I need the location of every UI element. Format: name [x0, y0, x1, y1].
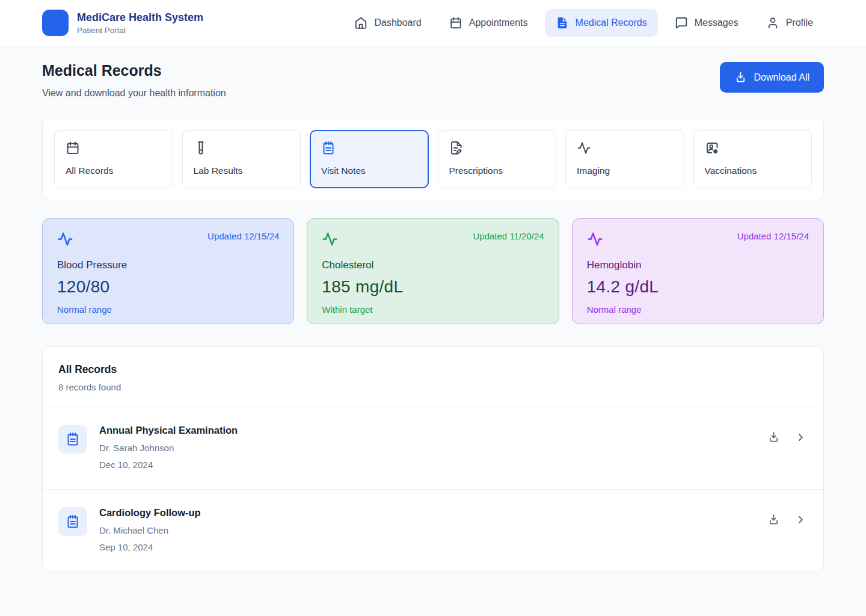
filter-tab-label: Visit Notes [321, 165, 417, 176]
vital-card-hemoglobin: Updated 12/15/24 Hemoglobin 14.2 g/dL No… [572, 218, 824, 324]
vital-value: 120/80 [57, 277, 279, 297]
record-download-button[interactable] [766, 512, 781, 527]
record-download-button[interactable] [766, 430, 781, 445]
filter-tab-prescriptions[interactable]: Prescriptions [438, 130, 557, 188]
records-count: 8 records found [58, 382, 808, 392]
records-list-header: All Records 8 records found [43, 347, 823, 407]
record-open-chevron-icon[interactable] [793, 430, 808, 445]
nav-label: Dashboard [374, 17, 421, 28]
nav-item-medical-records[interactable]: Medical Records [545, 9, 658, 37]
record-title: Cardiology Follow-up [99, 507, 766, 519]
test-tube-icon [194, 141, 290, 155]
vital-name: Blood Pressure [57, 259, 279, 271]
nav-item-profile[interactable]: Profile [755, 9, 824, 37]
brand-subtitle: Patient Portal [77, 26, 203, 35]
vital-status: Within target [322, 304, 544, 315]
page-header: Medical Records View and download your h… [42, 62, 824, 99]
record-title: Annual Physical Examination [99, 425, 766, 436]
calendar-icon [449, 16, 462, 29]
record-date: Sep 10, 2024 [99, 542, 766, 552]
nav-label: Medical Records [576, 17, 647, 28]
vitals-summary: Updated 12/15/24 Blood Pressure 120/80 N… [42, 218, 824, 324]
main-content: Medical Records View and download your h… [0, 46, 866, 572]
nav-item-dashboard[interactable]: Dashboard [343, 9, 432, 37]
main-nav: Dashboard Appointments Medical Records M… [343, 9, 824, 37]
filter-tab-vaccinations[interactable]: Vaccinations [693, 130, 812, 188]
pulse-icon [587, 231, 603, 247]
chat-icon [675, 16, 688, 29]
vital-name: Hemoglobin [587, 259, 809, 271]
calendar-icon [66, 141, 162, 155]
pulse-icon [57, 231, 73, 247]
record-notepad-icon [58, 425, 87, 454]
vital-card-cholesterol: Updated 11/20/24 Cholesterol 185 mg/dL W… [307, 218, 559, 324]
nav-item-messages[interactable]: Messages [664, 9, 749, 37]
download-all-button[interactable]: Download All [720, 62, 825, 93]
record-doctor: Dr. Sarah Johnson [99, 443, 766, 453]
vital-value: 14.2 g/dL [587, 277, 809, 297]
record-doctor: Dr. Michael Chen [99, 525, 766, 535]
records-list-title: All Records [58, 363, 808, 376]
pulse-icon [322, 231, 338, 247]
page-subtitle: View and download your health informatio… [42, 88, 226, 99]
brand-logo [42, 10, 69, 36]
shield-user-gear-icon [705, 141, 801, 155]
filter-tab-label: Vaccinations [705, 165, 801, 176]
top-navigation-bar: MediCare Health System Patient Portal Da… [0, 0, 866, 46]
activity-icon [577, 141, 673, 155]
vital-name: Cholesterol [322, 259, 544, 271]
records-list-card: All Records 8 records found Annual Physi… [42, 346, 824, 572]
file-pen-icon [449, 141, 545, 155]
nav-label: Profile [786, 17, 813, 28]
vital-updated: Updated 12/15/24 [737, 231, 809, 241]
vital-updated: Updated 12/15/24 [207, 231, 279, 241]
download-icon [734, 71, 747, 84]
filter-tab-label: All Records [66, 165, 162, 176]
vital-card-blood-pressure: Updated 12/15/24 Blood Pressure 120/80 N… [42, 218, 294, 324]
nav-label: Appointments [469, 17, 528, 28]
filter-tab-label: Lab Results [194, 165, 290, 176]
filter-tab-lab-results[interactable]: Lab Results [182, 130, 301, 188]
filter-tab-visit-notes[interactable]: Visit Notes [310, 130, 429, 188]
user-icon [766, 16, 779, 29]
record-open-chevron-icon[interactable] [793, 513, 808, 527]
page-title: Medical Records [42, 62, 226, 79]
record-date: Dec 10, 2024 [99, 460, 766, 470]
record-type-filter-bar: All Records Lab Results Visit Notes Pres… [42, 118, 824, 200]
brand: MediCare Health System Patient Portal [42, 10, 203, 36]
filter-tab-label: Imaging [577, 165, 673, 176]
home-icon [354, 16, 367, 29]
filter-tab-all-records[interactable]: All Records [54, 130, 173, 188]
filter-tab-label: Prescriptions [449, 165, 545, 176]
download-all-label: Download All [754, 72, 810, 83]
nav-label: Messages [695, 17, 739, 28]
vital-status: Normal range [57, 304, 279, 315]
vital-status: Normal range [587, 304, 809, 315]
filter-tab-imaging[interactable]: Imaging [565, 130, 684, 188]
document-icon [556, 16, 569, 29]
nav-item-appointments[interactable]: Appointments [438, 9, 539, 37]
record-row-annual-physical[interactable]: Annual Physical Examination Dr. Sarah Jo… [43, 407, 823, 489]
record-notepad-icon [58, 507, 87, 536]
notepad-icon [321, 141, 417, 155]
vital-updated: Updated 11/20/24 [473, 231, 544, 241]
record-row-cardiology-followup[interactable]: Cardiology Follow-up Dr. Michael Chen Se… [43, 489, 823, 571]
vital-value: 185 mg/dL [322, 277, 544, 297]
brand-title: MediCare Health System [77, 11, 203, 24]
